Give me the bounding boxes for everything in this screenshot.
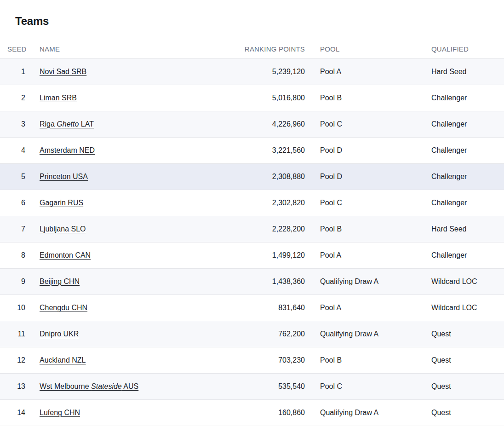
qualified-cell: Hard Seed xyxy=(431,58,504,85)
team-name-prefix: Beijing CHN xyxy=(40,277,80,285)
team-name-link[interactable]: Amsterdam NED xyxy=(40,146,95,154)
table-row[interactable]: 11 Dnipro UKR 762,200 Qualifying Draw A … xyxy=(0,321,504,347)
table-row[interactable]: 1 Novi Sad SRB 5,239,120 Pool A Hard See… xyxy=(0,58,504,85)
seed-cell: 1 xyxy=(0,58,26,85)
team-name-italic: Ghetto xyxy=(57,120,79,128)
team-name-prefix: Edmonton CAN xyxy=(40,251,91,259)
column-header-ranking-points: RANKING POINTS xyxy=(223,40,305,58)
team-name-prefix: Amsterdam NED xyxy=(40,146,95,154)
pool-cell: Qualifying Draw A xyxy=(305,399,431,426)
ranking-points-cell: 2,228,200 xyxy=(223,216,305,242)
qualified-cell: Quest xyxy=(431,373,504,399)
seed-cell: 2 xyxy=(0,85,26,111)
table-row[interactable]: 13 Wst Melbourne Stateside AUS 535,540 P… xyxy=(0,373,504,399)
name-cell: Auckland NZL xyxy=(26,347,223,373)
header-row: SEED NAME RANKING POINTS POOL QUALIFIED xyxy=(0,40,504,58)
ranking-points-cell: 160,860 xyxy=(223,399,305,426)
team-name-link[interactable]: Princeton USA xyxy=(40,173,88,180)
ranking-points-cell: 5,239,120 xyxy=(223,58,305,85)
name-cell: Gagarin RUS xyxy=(26,190,223,216)
name-cell: Riga Ghetto LAT xyxy=(26,111,223,137)
seed-cell: 12 xyxy=(0,347,26,373)
ranking-points-cell: 762,200 xyxy=(223,321,305,347)
seed-cell: 11 xyxy=(0,321,26,347)
table-row[interactable]: 3 Riga Ghetto LAT 4,226,960 Pool C Chall… xyxy=(0,111,504,137)
name-cell: Liman SRB xyxy=(26,85,223,111)
teams-table: SEED NAME RANKING POINTS POOL QUALIFIED … xyxy=(0,40,504,426)
table-row[interactable]: 4 Amsterdam NED 3,221,560 Pool D Challen… xyxy=(0,137,504,163)
column-header-qualified: QUALIFIED xyxy=(431,40,504,58)
seed-cell: 6 xyxy=(0,190,26,216)
ranking-points-cell: 831,640 xyxy=(223,294,305,321)
teams-page: Teams SEED NAME RANKING POINTS POOL QUAL… xyxy=(0,14,504,426)
name-cell: Wst Melbourne Stateside AUS xyxy=(26,373,223,399)
pool-cell: Pool B xyxy=(305,85,431,111)
seed-cell: 5 xyxy=(0,163,26,190)
name-cell: Dnipro UKR xyxy=(26,321,223,347)
teams-table-body: 1 Novi Sad SRB 5,239,120 Pool A Hard See… xyxy=(0,58,504,426)
table-row[interactable]: 12 Auckland NZL 703,230 Pool B Quest xyxy=(0,347,504,373)
pool-cell: Pool B xyxy=(305,216,431,242)
team-name-prefix: Auckland NZL xyxy=(40,356,86,364)
table-row[interactable]: 10 Chengdu CHN 831,640 Pool A Wildcard L… xyxy=(0,294,504,321)
qualified-cell: Quest xyxy=(431,347,504,373)
team-name-prefix: Wst Melbourne xyxy=(40,382,91,390)
table-row[interactable]: 8 Edmonton CAN 1,499,120 Pool A Challeng… xyxy=(0,242,504,268)
team-name-link[interactable]: Lufeng CHN xyxy=(40,409,80,416)
name-cell: Princeton USA xyxy=(26,163,223,190)
team-name-link[interactable]: Chengdu CHN xyxy=(40,304,87,312)
pool-cell: Qualifying Draw A xyxy=(305,321,431,347)
name-cell: Beijing CHN xyxy=(26,268,223,294)
table-row[interactable]: 5 Princeton USA 2,308,880 Pool D Challen… xyxy=(0,163,504,190)
team-name-prefix: Dnipro UKR xyxy=(40,330,79,338)
seed-cell: 4 xyxy=(0,137,26,163)
seed-cell: 8 xyxy=(0,242,26,268)
team-name-suffix: AUS xyxy=(122,382,138,390)
team-name-link[interactable]: Ljubljana SLO xyxy=(40,225,86,233)
team-name-italic: Stateside xyxy=(91,382,122,390)
table-row[interactable]: 14 Lufeng CHN 160,860 Qualifying Draw A … xyxy=(0,399,504,426)
qualified-cell: Wildcard LOC xyxy=(431,294,504,321)
seed-cell: 7 xyxy=(0,216,26,242)
qualified-cell: Challenger xyxy=(431,190,504,216)
team-name-prefix: Princeton USA xyxy=(40,173,88,180)
table-row[interactable]: 2 Liman SRB 5,016,800 Pool B Challenger xyxy=(0,85,504,111)
qualified-cell: Challenger xyxy=(431,163,504,190)
team-name-link[interactable]: Edmonton CAN xyxy=(40,251,91,259)
pool-cell: Pool C xyxy=(305,190,431,216)
table-row[interactable]: 9 Beijing CHN 1,438,360 Qualifying Draw … xyxy=(0,268,504,294)
team-name-suffix: LAT xyxy=(79,120,94,128)
team-name-prefix: Lufeng CHN xyxy=(40,409,80,416)
qualified-cell: Quest xyxy=(431,321,504,347)
table-row[interactable]: 7 Ljubljana SLO 2,228,200 Pool B Hard Se… xyxy=(0,216,504,242)
team-name-link[interactable]: Liman SRB xyxy=(40,94,77,102)
column-header-pool: POOL xyxy=(305,40,431,58)
seed-cell: 3 xyxy=(0,111,26,137)
qualified-cell: Quest xyxy=(431,399,504,426)
qualified-cell: Hard Seed xyxy=(431,216,504,242)
name-cell: Amsterdam NED xyxy=(26,137,223,163)
table-row[interactable]: 6 Gagarin RUS 2,302,820 Pool C Challenge… xyxy=(0,190,504,216)
pool-cell: Pool A xyxy=(305,242,431,268)
team-name-link[interactable]: Beijing CHN xyxy=(40,277,80,285)
teams-table-header: SEED NAME RANKING POINTS POOL QUALIFIED xyxy=(0,40,504,58)
name-cell: Ljubljana SLO xyxy=(26,216,223,242)
pool-cell: Qualifying Draw A xyxy=(305,268,431,294)
pool-cell: Pool C xyxy=(305,111,431,137)
ranking-points-cell: 2,302,820 xyxy=(223,190,305,216)
team-name-link[interactable]: Wst Melbourne Stateside AUS xyxy=(40,382,138,390)
team-name-link[interactable]: Gagarin RUS xyxy=(40,199,83,207)
team-name-link[interactable]: Auckland NZL xyxy=(40,356,86,364)
name-cell: Chengdu CHN xyxy=(26,294,223,321)
column-header-seed: SEED xyxy=(0,40,26,58)
pool-cell: Pool B xyxy=(305,347,431,373)
team-name-link[interactable]: Riga Ghetto LAT xyxy=(40,120,94,128)
name-cell: Lufeng CHN xyxy=(26,399,223,426)
team-name-link[interactable]: Novi Sad SRB xyxy=(40,68,86,75)
ranking-points-cell: 4,226,960 xyxy=(223,111,305,137)
ranking-points-cell: 2,308,880 xyxy=(223,163,305,190)
qualified-cell: Challenger xyxy=(431,137,504,163)
qualified-cell: Challenger xyxy=(431,242,504,268)
ranking-points-cell: 3,221,560 xyxy=(223,137,305,163)
team-name-link[interactable]: Dnipro UKR xyxy=(40,330,79,338)
